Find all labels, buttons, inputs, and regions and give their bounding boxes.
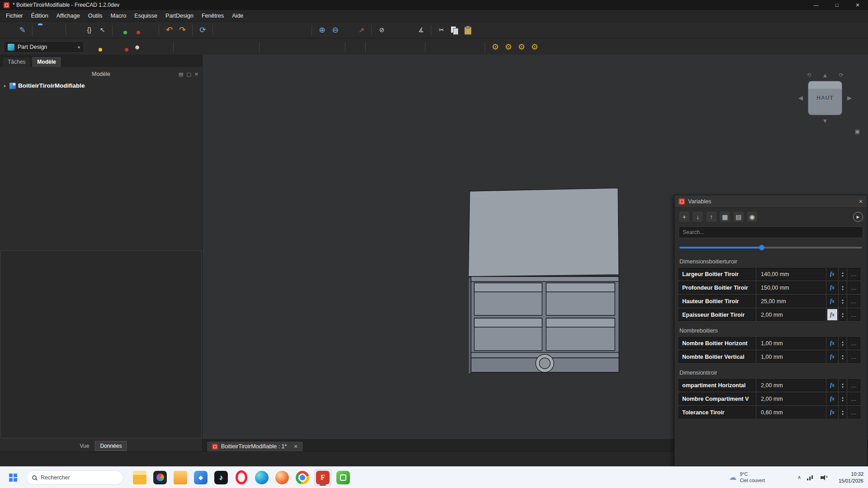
more-options-button[interactable]: [848, 393, 860, 405]
model-3d[interactable]: [468, 188, 619, 374]
view-front-icon[interactable]: [231, 25, 241, 35]
nav-right-arrow-icon[interactable]: ▶: [847, 94, 852, 101]
mirrored-icon[interactable]: [430, 42, 441, 52]
panel-grid-icon[interactable]: ▤: [179, 71, 183, 77]
copy-view-icon[interactable]: [118, 25, 128, 35]
groove-icon[interactable]: [291, 42, 301, 52]
additive-loft-icon[interactable]: [205, 42, 215, 52]
undo-icon[interactable]: ↶: [164, 25, 175, 35]
panel-close-icon[interactable]: ✕: [194, 71, 198, 77]
value-spinner[interactable]: [839, 406, 846, 418]
menu-outils[interactable]: Outils: [84, 11, 107, 20]
weather-widget[interactable]: ☁ 9°C Ciel couvert: [729, 471, 764, 483]
tab-vue[interactable]: Vue: [75, 441, 94, 450]
menu-fenetres[interactable]: Fenêtres: [198, 11, 228, 20]
appearance-icon[interactable]: ☻: [132, 42, 142, 52]
rotate-right-icon[interactable]: ⟳: [839, 72, 843, 78]
rotate-left-icon[interactable]: ⟲: [807, 72, 811, 78]
additive-sweep-icon[interactable]: [218, 42, 228, 52]
menu-fichier[interactable]: Fichier: [2, 11, 27, 20]
taskbar-tiktok[interactable]: [212, 469, 230, 486]
taskbar-file-explorer[interactable]: [131, 469, 148, 486]
value-spinner[interactable]: [839, 351, 846, 363]
close-icon[interactable]: ✕: [847, 0, 868, 10]
network-icon[interactable]: [807, 475, 814, 480]
cut-icon[interactable]: ✂: [436, 25, 447, 35]
add-variable-icon[interactable]: +: [679, 211, 690, 222]
variable-name-cell[interactable]: Nombre Boitier Horizont: [679, 337, 755, 349]
tray-chevron-icon[interactable]: ∧: [797, 474, 801, 480]
chamfer-icon[interactable]: [384, 42, 394, 52]
variables-slider[interactable]: [679, 244, 862, 251]
menu-esquisse[interactable]: Esquisse: [130, 11, 161, 20]
pocket-icon[interactable]: [264, 42, 275, 52]
variable-value-cell[interactable]: 2,00 mm: [757, 379, 826, 391]
copy-icon[interactable]: [449, 25, 460, 35]
table-view-icon[interactable]: ▦: [719, 211, 731, 222]
nav-down-arrow-icon[interactable]: ▼: [822, 117, 828, 124]
more-options-button[interactable]: [848, 379, 860, 391]
minimize-icon[interactable]: —: [806, 0, 826, 10]
section-title[interactable]: Dimensiontiroir: [679, 370, 862, 376]
more-options-button[interactable]: [848, 282, 860, 294]
value-spinner[interactable]: [839, 295, 846, 307]
variable-value-cell[interactable]: 2,00 mm: [757, 393, 826, 405]
expander-icon[interactable]: ▸: [3, 83, 7, 88]
rack-gear-icon[interactable]: ⚙: [516, 42, 527, 52]
volume-muted-icon[interactable]: [820, 474, 828, 481]
variable-name-cell[interactable]: Nombte Boitier Vertical: [679, 351, 755, 363]
section-title[interactable]: Nombreboitiers: [679, 328, 862, 334]
redo-icon[interactable]: ↷: [177, 25, 188, 35]
subtractive-sweep-icon[interactable]: [317, 42, 327, 52]
taskbar-orange-app[interactable]: [274, 469, 291, 486]
draw-style-icon[interactable]: ⊘: [377, 25, 387, 35]
formula-fx-icon[interactable]: [827, 337, 838, 349]
variable-value-cell[interactable]: 25,00 mm: [757, 295, 826, 307]
involute-gear-icon[interactable]: ⚙: [490, 42, 500, 52]
menu-edition[interactable]: Édition: [27, 11, 52, 20]
linear-pattern-icon[interactable]: [443, 42, 454, 52]
sprocket-icon[interactable]: ⚙: [529, 42, 540, 52]
view-left-icon[interactable]: [297, 25, 307, 35]
more-options-button[interactable]: [848, 309, 860, 321]
value-spinner[interactable]: [839, 379, 846, 391]
formula-fx-icon[interactable]: [827, 295, 838, 307]
image-export-icon[interactable]: [131, 25, 141, 35]
value-spinner[interactable]: [839, 309, 846, 321]
variable-value-cell[interactable]: 2,00 mm: [757, 309, 826, 321]
formula-fx-icon[interactable]: [827, 309, 838, 321]
variable-value-cell[interactable]: 150,00 mm: [757, 282, 826, 294]
taskbar-edge[interactable]: [253, 469, 270, 486]
more-options-button[interactable]: [848, 268, 860, 280]
tree-root-item[interactable]: ▸ BoitieirTiroirModifiable: [1, 81, 201, 90]
slider-track[interactable]: [679, 247, 862, 249]
shape-binder-icon[interactable]: [158, 42, 169, 52]
value-spinner[interactable]: [839, 337, 846, 349]
run-icon[interactable]: ▶: [853, 212, 863, 222]
layout-columns-icon[interactable]: [71, 25, 81, 35]
taskbar-media-app[interactable]: [151, 469, 169, 486]
variable-name-cell[interactable]: ompartiment Horizontal: [679, 379, 755, 391]
zoom-selection-icon[interactable]: [403, 25, 413, 35]
import-variables-icon[interactable]: ↓: [692, 211, 703, 222]
more-options-button[interactable]: [848, 351, 860, 363]
additive-primitive-icon[interactable]: [244, 42, 255, 52]
more-options-button[interactable]: [848, 295, 860, 307]
open-folder-icon[interactable]: [38, 25, 48, 35]
pad-icon[interactable]: [179, 42, 189, 52]
variable-name-cell[interactable]: Hauteur Boitier Tiroir: [679, 295, 755, 307]
edit-sketch-icon[interactable]: [119, 42, 129, 52]
close-tab-icon[interactable]: ✕: [293, 444, 297, 450]
variables-close-icon[interactable]: ✕: [859, 198, 863, 205]
more-options-button[interactable]: [848, 406, 860, 418]
export-variables-icon[interactable]: ↑: [706, 211, 717, 222]
taskbar-blue-app[interactable]: [192, 469, 209, 486]
whatsthis-cursor-icon[interactable]: ↖: [97, 25, 108, 35]
formula-fx-icon[interactable]: [827, 282, 838, 294]
hole-icon[interactable]: [278, 42, 288, 52]
variable-name-cell[interactable]: Largeur Boitier Tiroir: [679, 268, 755, 280]
variable-value-cell[interactable]: 1,00 mm: [757, 351, 826, 363]
tab-taches[interactable]: Tâches: [2, 56, 31, 67]
taskbar-freecad[interactable]: [314, 469, 331, 486]
workbench-selector[interactable]: Part Design ▾: [4, 41, 84, 53]
